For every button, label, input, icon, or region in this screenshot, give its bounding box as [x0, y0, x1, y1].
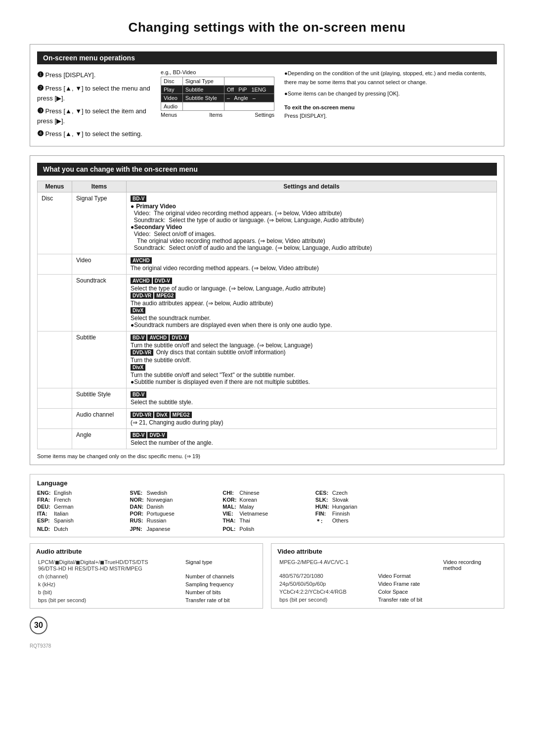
row-angle: Angle BD-VDVD-V Select the number of the… [38, 429, 497, 449]
audio-khz-val [252, 580, 257, 588]
audio-ch-col: Number of channels [183, 572, 252, 580]
lang-ita: ITA:Italian [37, 511, 126, 517]
lang-fra: FRA:French [37, 497, 126, 503]
row-subtitle-style: Subtitle Style BD-V Select the subtitle … [38, 388, 497, 409]
video-attribute-box: Video attribute MPEG-2/MPEG-4 AVC/VC-1 V… [271, 543, 504, 609]
settings-signal-type: BD-V Primary Video Video: The original v… [127, 192, 497, 254]
video-fps-row: 24p/50/60i/50p/60p Video Frame rate [277, 580, 498, 588]
video-color-val [441, 588, 498, 596]
settings-subtitle-style: BD-V Select the subtitle style. [127, 388, 497, 409]
lang-esp: ESP:Spanish [37, 518, 126, 525]
video-signal-right: Video recordingmethod [441, 558, 498, 572]
settings-video: AVCHD The original video recording metho… [127, 254, 497, 275]
av-attributes-row: Audio attribute LPCM/◼Digital/◼Digital+/… [30, 543, 504, 609]
exit-text: Press [DISPLAY]. [284, 112, 497, 121]
video-color-col: Color Space [376, 588, 442, 596]
lang-eng: ENG:English [37, 490, 126, 496]
step-3: ❸ Press [▲, ▼] to select the item and pr… [37, 105, 151, 126]
item-audio-channel: Audio channel [72, 409, 127, 429]
row-soundtrack: Soundtrack AVCHDDVD-V Select the type of… [38, 275, 497, 331]
settings-angle: BD-VDVD-V Select the number of the angle… [127, 429, 497, 449]
item-signal-type: Signal Type [72, 192, 127, 254]
menu-empty-2 [38, 275, 72, 331]
video-fps-col: Video Frame rate [376, 580, 442, 588]
video-bps-row: bps (bit per second) Transfer rate of bi… [277, 596, 498, 604]
lang-pol: POL:Polish [222, 526, 312, 532]
lang-por: POR:Portuguese [130, 511, 219, 517]
lang-blank6 [315, 526, 404, 532]
notes-column: ●Depending on the condition of the unit … [284, 69, 497, 121]
menu-empty-5 [38, 409, 72, 429]
lang-star: ＊:Others [315, 518, 404, 525]
audio-ch-val [252, 572, 257, 580]
diagram-row-video: VideoSubtitle Style– Angle – [161, 94, 274, 102]
exit-note: To exit the on-screen menu Press [DISPLA… [284, 103, 497, 121]
menu-diagram: e.g., BD-Video DiscSignal Type PlaySubti… [161, 69, 274, 118]
section-onscreen-ops: On-screen menu operations ❶ Press [DISPL… [30, 44, 504, 146]
settings-subtitle: BD-VAVCHDDVD-V Turn the subtitle on/off … [127, 331, 497, 388]
item-video: Video [72, 254, 127, 275]
video-color-row: YCbCr4:2:2/YCbCr4:4/RGB Color Space [277, 588, 498, 596]
video-signal-label: MPEG-2/MPEG-4 AVC/VC-1 [277, 558, 376, 572]
audio-bps-val [252, 596, 257, 604]
settings-soundtrack: AVCHDDVD-V Select the type of audio or l… [127, 275, 497, 331]
audio-ch-row: ch (channel) Number of channels [36, 572, 257, 580]
video-res-row: 480/576/720/1080 Video Format [277, 572, 498, 580]
audio-bps-row: bps (bit per second) Transfer rate of bi… [36, 596, 257, 604]
row-subtitle: Subtitle BD-VAVCHDDVD-V Turn the subtitl… [38, 331, 497, 388]
lang-blank3 [408, 504, 497, 510]
lang-mal: MAL:Malay [222, 504, 312, 510]
lang-blank7 [408, 526, 497, 532]
menu-disc: Disc [38, 192, 72, 254]
video-fps-label: 24p/50/60i/50p/60p [277, 580, 376, 588]
lang-blank5 [408, 518, 497, 525]
footer-settings: Settings [255, 112, 274, 118]
audio-bit-col: Number of bits [183, 588, 252, 596]
item-angle: Angle [72, 429, 127, 449]
language-title: Language [37, 479, 497, 487]
audio-khz-label: k (kHz) [36, 580, 183, 588]
video-bps-col: Transfer rate of bit [376, 596, 442, 604]
lang-blank1 [408, 490, 497, 496]
lang-blank2 [408, 497, 497, 503]
page-title: Changing settings with the on-screen men… [30, 20, 504, 35]
audio-attribute-box: Audio attribute LPCM/◼Digital/◼Digital+/… [30, 543, 263, 609]
lang-dan: DAN:Danish [130, 504, 219, 510]
lang-chi: CHI:Chinese [222, 490, 312, 496]
language-grid: ENG:English SVE:Swedish CHI:Chinese CES:… [37, 490, 497, 532]
note-2: ●Some items can be changed by pressing [… [284, 90, 497, 98]
audio-attr-table: LPCM/◼Digital/◼Digital+/◼TrueHD/DTS/DTS9… [36, 558, 257, 604]
section2-header: What you can change with the on-screen m… [37, 163, 497, 176]
lang-vie: VIE:Vietnamese [222, 511, 312, 517]
menu-empty-4 [38, 388, 72, 409]
diagram-row-disc: DiscSignal Type [161, 77, 274, 86]
audio-ch-label: ch (channel) [36, 572, 183, 580]
lang-kor: KOR:Korean [222, 497, 312, 503]
note-1: ●Depending on the condition of the unit … [284, 69, 497, 87]
lang-ces: CES:Czech [315, 490, 404, 496]
step-1: ❶ Press [DISPLAY]. [37, 69, 151, 81]
steps-column: ❶ Press [DISPLAY]. ❷ Press [▲, ▼] to sel… [37, 69, 151, 141]
video-color-label: YCbCr4:2:2/YCbCr4:4/RGB [277, 588, 376, 596]
lang-jpn: JPN:Japanese [130, 526, 219, 532]
page-footer: 30 [30, 616, 504, 638]
lang-slk: SLK:Slovak [315, 497, 404, 503]
row-audio-channel: Audio channel DVD-VRDivXMPEG2 (⇒ 21, Cha… [38, 409, 497, 429]
lang-sve: SVE:Swedish [130, 490, 219, 496]
video-attr-table: MPEG-2/MPEG-4 AVC/VC-1 Video recordingme… [277, 558, 498, 604]
audio-signal-col: Signal type [183, 558, 252, 572]
video-res-col: Video Format [376, 572, 442, 580]
video-bps-label: bps (bit per second) [277, 596, 376, 604]
item-subtitle: Subtitle [72, 331, 127, 388]
audio-bit-val [252, 588, 257, 596]
lang-nor: NOR:Norwegian [130, 497, 219, 503]
footer-code: RQT9378 [30, 643, 504, 649]
lang-fin: FIN:Finnish [315, 511, 404, 517]
row-video: Video AVCHD The original video recording… [38, 254, 497, 275]
audio-khz-col: Sampling frequency [183, 580, 252, 588]
language-section: Language ENG:English SVE:Swedish CHI:Chi… [30, 474, 504, 537]
exit-label: To exit the on-screen menu [284, 103, 497, 112]
step-2: ❷ Press [▲, ▼] to select the menu and pr… [37, 83, 151, 103]
audio-khz-row: k (kHz) Sampling frequency [36, 580, 257, 588]
menu-empty-6 [38, 429, 72, 449]
